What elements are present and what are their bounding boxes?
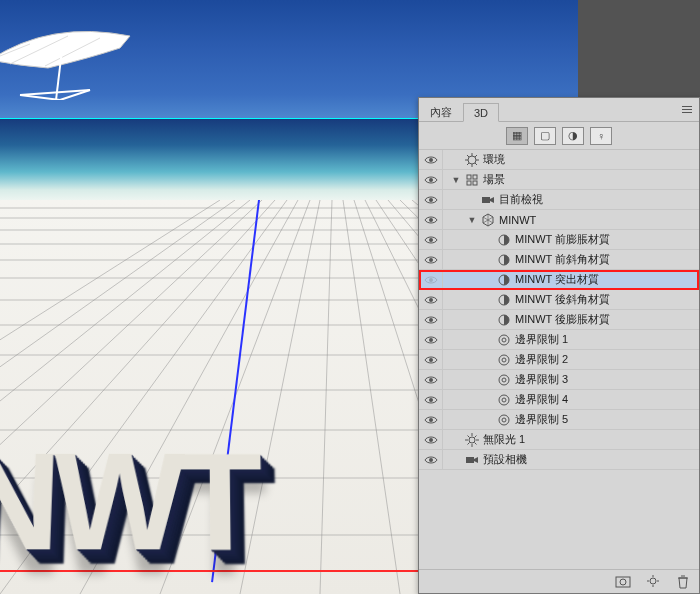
svg-point-88 xyxy=(429,458,433,462)
svg-point-57 xyxy=(429,278,433,282)
visibility-toggle[interactable] xyxy=(419,170,443,190)
delete-button[interactable] xyxy=(673,574,693,590)
visibility-toggle[interactable] xyxy=(419,210,443,230)
tree-row[interactable]: ▶目前檢視 xyxy=(419,190,699,210)
tree-item-label: 環境 xyxy=(483,152,505,167)
svg-point-66 xyxy=(429,358,433,362)
svg-rect-51 xyxy=(482,197,490,203)
tree-item-label: 邊界限制 1 xyxy=(515,332,568,347)
panel-tabstrip: 內容 3D xyxy=(419,98,699,122)
tree-row[interactable]: ▶邊界限制 2 xyxy=(419,350,699,370)
visibility-toggle[interactable] xyxy=(419,150,443,170)
workspace: NWT ◂◂ 內容 3D ▦ ▢ ◑ ♀ ▶環境▼場景▶目前檢視▼MINWT▶M… xyxy=(0,0,700,594)
tab-content[interactable]: 內容 xyxy=(419,101,463,122)
scene-filter-button[interactable]: ▦ xyxy=(506,127,528,145)
tree-item-label: 預設相機 xyxy=(483,452,527,467)
tree-cell: ▶MINWT 突出材質 xyxy=(443,272,699,287)
visibility-toggle[interactable] xyxy=(419,310,443,330)
visibility-toggle[interactable] xyxy=(419,190,443,210)
tree-cell: ▶邊界限制 3 xyxy=(443,372,699,387)
tree-row[interactable]: ▶邊界限制 4 xyxy=(419,390,699,410)
constraint-icon xyxy=(497,333,511,347)
tree-row[interactable]: ▶邊界限制 3 xyxy=(419,370,699,390)
svg-point-76 xyxy=(499,415,509,425)
tree-row[interactable]: ▶預設相機 xyxy=(419,450,699,470)
visibility-toggle[interactable] xyxy=(419,330,443,350)
constraint-icon xyxy=(497,353,511,367)
tree-row[interactable]: ▶無限光 1 xyxy=(419,430,699,450)
tab-3d[interactable]: 3D xyxy=(463,103,499,122)
svg-line-2 xyxy=(20,95,60,100)
light-filter-button[interactable]: ♀ xyxy=(590,127,612,145)
visibility-toggle[interactable] xyxy=(419,450,443,470)
3d-scene-tree[interactable]: ▶環境▼場景▶目前檢視▼MINWT▶MINWT 前膨脹材質▶MINWT 前斜角材… xyxy=(419,150,699,569)
svg-line-44 xyxy=(467,163,469,165)
material-icon xyxy=(497,313,511,327)
tree-cell: ▶MINWT 前膨脹材質 xyxy=(443,232,699,247)
disclosure-triangle-icon[interactable]: ▼ xyxy=(467,215,477,225)
visibility-toggle[interactable] xyxy=(419,290,443,310)
tree-item-label: 無限光 1 xyxy=(483,432,525,447)
visibility-toggle[interactable] xyxy=(419,250,443,270)
tree-row[interactable]: ▶邊界限制 5 xyxy=(419,410,699,430)
svg-rect-89 xyxy=(466,457,474,463)
svg-rect-46 xyxy=(467,175,471,179)
material-filter-button[interactable]: ◑ xyxy=(562,127,584,145)
tree-item-label: 目前檢視 xyxy=(499,192,543,207)
svg-point-70 xyxy=(499,375,509,385)
svg-point-74 xyxy=(502,398,506,402)
tree-row[interactable]: ▶MINWT 前斜角材質 xyxy=(419,250,699,270)
visibility-toggle[interactable] xyxy=(419,390,443,410)
svg-point-59 xyxy=(429,298,433,302)
svg-point-35 xyxy=(429,158,433,162)
tree-row[interactable]: ▶邊界限制 1 xyxy=(419,330,699,350)
tree-row[interactable]: ▶MINWT 後膨脹材質 xyxy=(419,310,699,330)
tree-row[interactable]: ▼MINWT xyxy=(419,210,699,230)
svg-line-85 xyxy=(475,442,477,444)
camera-icon xyxy=(481,193,495,207)
constraint-icon xyxy=(497,373,511,387)
tree-item-label: 場景 xyxy=(483,172,505,187)
visibility-toggle[interactable] xyxy=(419,270,443,290)
svg-point-45 xyxy=(429,178,433,182)
tree-item-label: 邊界限制 3 xyxy=(515,372,568,387)
tree-row[interactable]: ▶MINWT 後斜角材質 xyxy=(419,290,699,310)
mesh-filter-button[interactable]: ▢ xyxy=(534,127,556,145)
svg-point-92 xyxy=(650,578,656,584)
visibility-toggle[interactable] xyxy=(419,230,443,250)
beach-umbrella xyxy=(0,30,140,100)
svg-point-79 xyxy=(469,437,475,443)
visibility-toggle[interactable] xyxy=(419,430,443,450)
tree-row[interactable]: ▶MINWT 前膨脹材質 xyxy=(419,230,699,250)
panel-menu-button[interactable] xyxy=(679,102,695,116)
tree-row[interactable]: ▼場景 xyxy=(419,170,699,190)
visibility-toggle[interactable] xyxy=(419,410,443,430)
render-settings-button[interactable] xyxy=(613,574,633,590)
svg-line-86 xyxy=(475,435,477,437)
svg-point-61 xyxy=(429,318,433,322)
svg-line-43 xyxy=(475,155,477,157)
tree-cell: ▶MINWT 後斜角材質 xyxy=(443,292,699,307)
svg-point-71 xyxy=(502,378,506,382)
svg-line-87 xyxy=(468,442,470,444)
tree-row[interactable]: ▶MINWT 突出材質 xyxy=(419,270,699,290)
new-light-button[interactable] xyxy=(643,574,663,590)
svg-line-42 xyxy=(475,163,477,165)
constraint-icon xyxy=(497,413,511,427)
svg-point-91 xyxy=(620,579,626,585)
tree-item-label: 邊界限制 2 xyxy=(515,352,568,367)
svg-point-78 xyxy=(429,438,433,442)
svg-rect-49 xyxy=(473,181,477,185)
visibility-toggle[interactable] xyxy=(419,350,443,370)
tree-item-label: MINWT 前膨脹材質 xyxy=(515,232,610,247)
tree-row[interactable]: ▶環境 xyxy=(419,150,699,170)
tree-cell: ▶MINWT 前斜角材質 xyxy=(443,252,699,267)
tree-cell: ▶目前檢視 xyxy=(443,192,699,207)
visibility-toggle[interactable] xyxy=(419,370,443,390)
svg-point-68 xyxy=(502,358,506,362)
tree-cell: ▶邊界限制 5 xyxy=(443,412,699,427)
svg-point-73 xyxy=(499,395,509,405)
disclosure-triangle-icon[interactable]: ▼ xyxy=(451,175,461,185)
tree-cell: ▼場景 xyxy=(443,172,699,187)
environment-icon xyxy=(465,153,479,167)
